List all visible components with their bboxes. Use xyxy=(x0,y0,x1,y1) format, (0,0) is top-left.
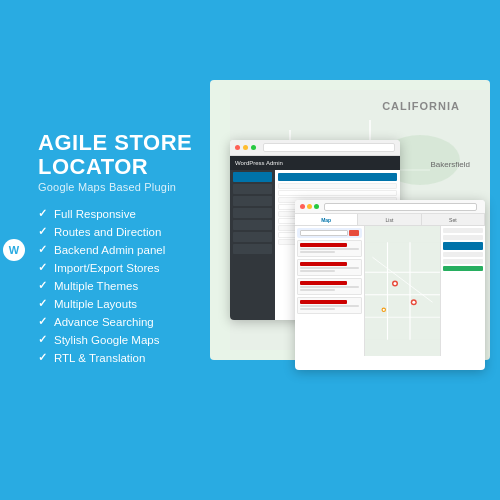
info-button-1[interactable] xyxy=(443,242,483,250)
admin-header-text: WordPress Admin xyxy=(235,160,283,166)
feature-label-multiple-themes: Multiple Themes xyxy=(54,280,138,292)
frontend-browser-mockup: Map List Set xyxy=(295,200,485,370)
info-field-3 xyxy=(443,252,483,257)
admin-sidebar-item-3 xyxy=(233,208,272,218)
admin-table-header xyxy=(278,173,397,181)
feature-label-advance-searching: Advance Searching xyxy=(54,316,154,328)
search-input-mini[interactable] xyxy=(300,230,348,236)
store-title-3 xyxy=(300,281,347,285)
store-line-2b xyxy=(300,270,335,272)
store-line-4b xyxy=(300,308,335,310)
store-line-1a xyxy=(300,248,359,250)
feature-label-import-export: Import/Export Stores xyxy=(54,262,159,274)
check-icon-multiple-layouts: ✓ xyxy=(38,297,47,310)
admin-sidebar-item-6 xyxy=(233,244,272,254)
admin-url-bar xyxy=(263,143,395,152)
admin-sidebar-item-2 xyxy=(233,196,272,206)
store-card-4[interactable] xyxy=(297,297,362,314)
check-icon-routes-direction: ✓ xyxy=(38,225,47,238)
wp-logo: W xyxy=(0,210,28,290)
right-panel: CALIFORNIA Bakersfield WordPress Admin xyxy=(250,80,480,420)
map-panel xyxy=(365,226,440,356)
frontend-dot-red xyxy=(300,204,305,209)
frontend-url-bar xyxy=(324,203,477,211)
svg-rect-10 xyxy=(365,242,440,340)
browser-dot-red xyxy=(235,145,240,150)
feature-item-backend-admin: ✓Backend Admin panel xyxy=(38,243,230,256)
feature-label-rtl-translation: RTL & Translation xyxy=(54,352,145,364)
check-icon-import-export: ✓ xyxy=(38,261,47,274)
feature-item-multiple-themes: ✓Multiple Themes xyxy=(38,279,230,292)
admin-sidebar xyxy=(230,170,275,320)
store-title-4 xyxy=(300,300,347,304)
feature-item-advance-searching: ✓Advance Searching xyxy=(38,315,230,328)
store-line-3b xyxy=(300,289,335,291)
store-line-2a xyxy=(300,267,359,269)
svg-point-18 xyxy=(394,282,397,285)
frontend-tab-bar: Map List Set xyxy=(295,214,485,226)
frontend-dot-green xyxy=(314,204,319,209)
browser-dot-yellow xyxy=(243,145,248,150)
admin-sidebar-item-1 xyxy=(233,184,272,194)
admin-sidebar-item-4 xyxy=(233,220,272,230)
features-list: ✓Full Responsive✓Routes and Direction✓Ba… xyxy=(38,207,230,364)
check-icon-rtl-translation: ✓ xyxy=(38,351,47,364)
tab-settings[interactable]: Set xyxy=(422,214,485,225)
store-card-3[interactable] xyxy=(297,278,362,295)
feature-label-stylish-maps: Stylish Google Maps xyxy=(54,334,159,346)
admin-table-row-2 xyxy=(278,190,397,196)
check-icon-stylish-maps: ✓ xyxy=(38,333,47,346)
feature-label-routes-direction: Routes and Direction xyxy=(54,226,161,238)
svg-point-20 xyxy=(412,301,415,304)
store-title-2 xyxy=(300,262,347,266)
search-button-mini[interactable] xyxy=(349,230,359,236)
wp-icon: W xyxy=(3,239,25,261)
feature-item-stylish-maps: ✓Stylish Google Maps xyxy=(38,333,230,346)
admin-browser-bar xyxy=(230,140,400,156)
check-icon-full-responsive: ✓ xyxy=(38,207,47,220)
feature-item-import-export: ✓Import/Export Stores xyxy=(38,261,230,274)
main-container: W AGILE STORE LOCATOR Google Maps Based … xyxy=(0,0,500,500)
bakersfield-label: Bakersfield xyxy=(430,160,470,169)
feature-label-full-responsive: Full Responsive xyxy=(54,208,136,220)
frontend-toolbar xyxy=(295,200,485,214)
store-title-1 xyxy=(300,243,347,247)
feature-item-multiple-layouts: ✓Multiple Layouts xyxy=(38,297,230,310)
info-button-2[interactable] xyxy=(443,266,483,271)
store-card-1[interactable] xyxy=(297,240,362,257)
store-list-panel xyxy=(295,226,365,356)
store-line-3a xyxy=(300,286,359,288)
admin-table-row-1 xyxy=(278,183,397,189)
info-field-2 xyxy=(443,235,483,240)
check-icon-backend-admin: ✓ xyxy=(38,243,47,256)
admin-wp-header: WordPress Admin xyxy=(230,156,400,170)
feature-label-multiple-layouts: Multiple Layouts xyxy=(54,298,137,310)
tab-map-view[interactable]: Map xyxy=(295,214,358,225)
admin-sidebar-item-5 xyxy=(233,232,272,242)
check-icon-multiple-themes: ✓ xyxy=(38,279,47,292)
check-icon-advance-searching: ✓ xyxy=(38,315,47,328)
info-field-4 xyxy=(443,259,483,264)
california-label: CALIFORNIA xyxy=(382,100,460,112)
feature-item-rtl-translation: ✓RTL & Translation xyxy=(38,351,230,364)
feature-item-routes-direction: ✓Routes and Direction xyxy=(38,225,230,238)
left-panel: AGILE STORE LOCATOR Google Maps Based Pl… xyxy=(20,131,240,369)
tab-list-view[interactable]: List xyxy=(358,214,421,225)
svg-point-22 xyxy=(383,309,385,311)
plugin-subtitle: Google Maps Based Plugin xyxy=(38,181,230,193)
store-line-4a xyxy=(300,305,359,307)
frontend-dot-yellow xyxy=(307,204,312,209)
search-bar-area xyxy=(297,228,362,238)
feature-item-full-responsive: ✓Full Responsive xyxy=(38,207,230,220)
browser-dot-green xyxy=(251,145,256,150)
admin-sidebar-item-active xyxy=(233,172,272,182)
info-panel-right xyxy=(440,226,485,356)
store-card-2[interactable] xyxy=(297,259,362,276)
plugin-title: AGILE STORE LOCATOR xyxy=(38,131,230,179)
store-line-1b xyxy=(300,251,335,253)
info-field-1 xyxy=(443,228,483,233)
frontend-body xyxy=(295,226,485,356)
feature-label-backend-admin: Backend Admin panel xyxy=(54,244,165,256)
